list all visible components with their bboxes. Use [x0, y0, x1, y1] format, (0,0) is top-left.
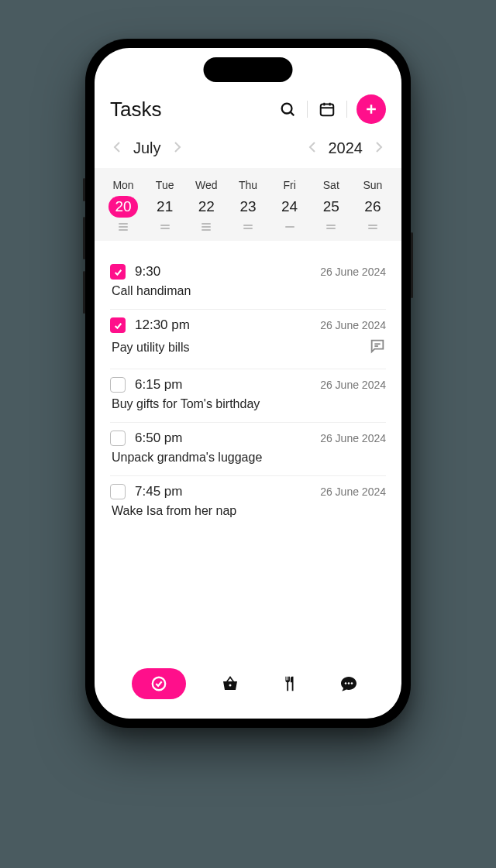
- day-indicator: [368, 222, 377, 232]
- day-indicator: [243, 222, 253, 232]
- task-date: 26 June 2024: [320, 485, 386, 498]
- day-number: 26: [358, 196, 388, 218]
- task-time: 6:15 pm: [135, 377, 182, 393]
- task-title: Unpack grandma's luggage: [112, 451, 262, 465]
- task-title: Buy gifts for Tom's birthday: [112, 397, 260, 411]
- day-number: 21: [150, 196, 180, 218]
- task-item[interactable]: 9:3026 June 2024Call handiman: [110, 256, 386, 310]
- svg-point-12: [344, 682, 346, 684]
- task-time: 9:30: [135, 264, 160, 280]
- task-checkbox[interactable]: [110, 377, 126, 393]
- month-label[interactable]: July: [133, 139, 161, 157]
- day-indicator: [326, 222, 336, 232]
- day-column[interactable]: Sun26: [355, 179, 391, 232]
- next-year-button[interactable]: [374, 140, 384, 156]
- day-name: Tue: [156, 179, 174, 191]
- month-year-picker: July 2024: [110, 139, 386, 157]
- calendar-button[interactable]: [317, 99, 337, 119]
- task-checkbox[interactable]: [110, 484, 126, 499]
- comment-icon[interactable]: [369, 338, 386, 358]
- cutlery-icon: [281, 675, 298, 692]
- day-indicator: [202, 222, 211, 232]
- day-number: 22: [191, 196, 221, 218]
- phone-frame: Tasks: [85, 39, 411, 728]
- svg-point-13: [347, 682, 350, 684]
- nav-shopping[interactable]: [215, 668, 246, 699]
- day-indicator: [285, 222, 294, 232]
- bottom-nav: [95, 663, 401, 719]
- check-icon: [113, 267, 123, 277]
- add-task-button[interactable]: [356, 94, 386, 124]
- day-number: 23: [233, 196, 263, 218]
- day-column[interactable]: Mon20: [105, 179, 141, 232]
- task-item[interactable]: 6:15 pm26 June 2024Buy gifts for Tom's b…: [110, 369, 386, 423]
- day-column[interactable]: Sat25: [313, 179, 349, 232]
- prev-month-button[interactable]: [112, 140, 122, 156]
- day-name: Thu: [239, 179, 257, 191]
- task-time: 7:45 pm: [135, 484, 182, 499]
- notch: [204, 57, 293, 82]
- task-title: Wake Isa from her nap: [112, 504, 236, 518]
- task-date: 26 June 2024: [320, 432, 386, 444]
- nav-tasks[interactable]: [132, 668, 186, 699]
- svg-point-14: [350, 682, 353, 684]
- day-column[interactable]: Wed22: [188, 179, 224, 232]
- task-item[interactable]: 12:30 pm26 June 2024Pay utility bills: [110, 310, 386, 369]
- nav-meals[interactable]: [274, 668, 305, 699]
- task-checkbox[interactable]: [110, 431, 126, 446]
- check-circle-icon: [150, 675, 167, 692]
- task-date: 26 June 2024: [320, 266, 386, 278]
- svg-line-1: [291, 112, 294, 115]
- chat-icon: [339, 674, 358, 693]
- header: Tasks: [110, 94, 386, 124]
- day-name: Wed: [195, 179, 218, 191]
- day-indicator: [160, 222, 170, 232]
- chevron-left-icon: [308, 142, 316, 153]
- screen: Tasks: [95, 48, 401, 719]
- search-button[interactable]: [277, 99, 298, 119]
- day-number: 20: [108, 196, 138, 218]
- next-month-button[interactable]: [172, 140, 183, 156]
- day-name: Fri: [283, 179, 295, 191]
- task-checkbox[interactable]: [110, 264, 126, 280]
- task-item[interactable]: 6:50 pm26 June 2024Unpack grandma's lugg…: [110, 423, 386, 476]
- svg-point-11: [229, 684, 231, 687]
- calendar-icon: [319, 101, 336, 118]
- basket-icon: [221, 674, 239, 693]
- header-divider: [346, 101, 347, 118]
- day-name: Mon: [112, 179, 133, 191]
- nav-chat[interactable]: [333, 668, 364, 699]
- day-name: Sun: [363, 179, 382, 191]
- svg-rect-2: [321, 105, 334, 116]
- page-title: Tasks: [110, 98, 161, 122]
- prev-year-button[interactable]: [307, 140, 318, 156]
- svg-point-0: [282, 104, 292, 114]
- day-number: 25: [316, 196, 346, 218]
- task-checkbox[interactable]: [110, 317, 126, 333]
- day-column[interactable]: Thu23: [230, 179, 266, 232]
- plus-icon: [363, 101, 379, 117]
- task-list[interactable]: 9:3026 June 2024Call handiman12:30 pm26 …: [110, 241, 386, 663]
- day-indicator: [119, 222, 128, 232]
- task-date: 26 June 2024: [320, 319, 386, 331]
- day-number: 24: [275, 196, 305, 218]
- task-title: Pay utility bills: [112, 341, 189, 355]
- chevron-right-icon: [375, 142, 383, 153]
- day-column[interactable]: Tue21: [147, 179, 183, 232]
- task-time: 12:30 pm: [135, 317, 190, 333]
- task-time: 6:50 pm: [135, 431, 182, 446]
- check-icon: [113, 321, 123, 331]
- search-icon: [279, 101, 296, 118]
- day-name: Sat: [323, 179, 339, 191]
- year-label[interactable]: 2024: [329, 139, 363, 157]
- week-strip: Mon20Tue21Wed22Thu23Fri24Sat25Sun26: [95, 168, 401, 241]
- task-date: 26 June 2024: [320, 379, 386, 391]
- task-title: Call handiman: [112, 284, 191, 298]
- task-item[interactable]: 7:45 pm26 June 2024Wake Isa from her nap: [110, 476, 386, 529]
- day-column[interactable]: Fri24: [272, 179, 308, 232]
- chevron-right-icon: [174, 142, 181, 153]
- chevron-left-icon: [113, 142, 121, 153]
- header-divider: [307, 101, 308, 118]
